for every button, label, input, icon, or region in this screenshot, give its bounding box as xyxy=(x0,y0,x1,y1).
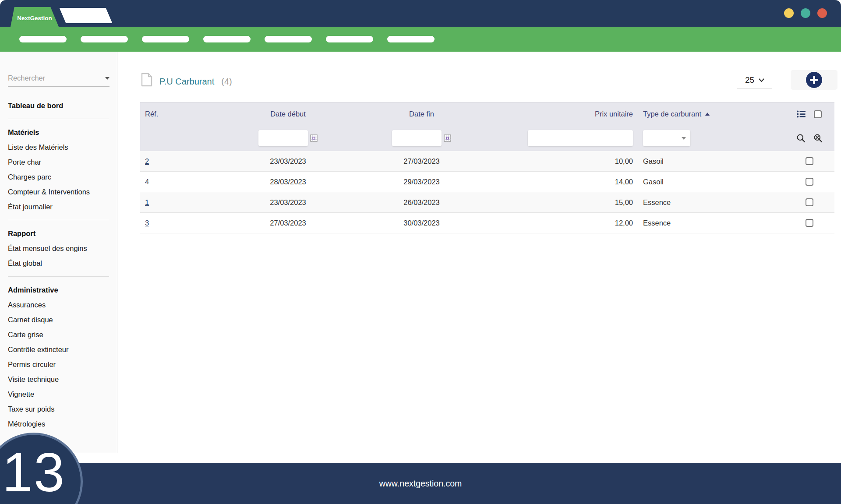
chevron-down-icon xyxy=(682,137,686,140)
ref-link[interactable]: 1 xyxy=(145,198,149,206)
sidebar-item-visite-technique[interactable]: Visite technique xyxy=(8,372,109,387)
cell-unit-price: 14,00 xyxy=(477,178,637,186)
filter-date-start-input[interactable] xyxy=(258,130,308,146)
search-input[interactable]: Rechercher xyxy=(8,70,110,87)
column-header-fuel-type[interactable]: Type de carburant xyxy=(637,110,784,118)
brand-logo-text: NextGestion xyxy=(17,13,52,21)
page-size-select[interactable]: 25 xyxy=(737,72,772,88)
nav-menu-pill[interactable] xyxy=(265,36,312,42)
column-header-date-start[interactable]: Date début xyxy=(210,110,366,118)
calendar-picker-icon[interactable] xyxy=(444,134,451,142)
nav-menu-pill[interactable] xyxy=(19,36,67,42)
app-window: NextGestion Rechercher Tableau de bord M… xyxy=(0,0,841,504)
column-header-ref[interactable]: Réf. xyxy=(140,110,210,118)
row-checkbox[interactable] xyxy=(806,178,813,186)
sidebar-item-vignette[interactable]: Vignette xyxy=(8,387,109,402)
divider xyxy=(8,276,109,277)
sidebar-item-etat-journalier[interactable]: État journalier xyxy=(8,199,109,214)
sidebar-section-administrative[interactable]: Administrative xyxy=(8,282,109,297)
sidebar-item-etat-global[interactable]: État global xyxy=(8,256,109,271)
table-filter-row xyxy=(140,126,834,151)
list-icon xyxy=(797,110,806,118)
chevron-down-icon xyxy=(105,77,110,80)
table-header-row: Réf. Date début Date fin Prix unitaire T… xyxy=(140,102,834,126)
nav-menu-pill[interactable] xyxy=(81,36,128,42)
ref-link[interactable]: 2 xyxy=(145,157,149,165)
cell-date-start: 23/03/2023 xyxy=(210,157,366,166)
cell-fuel-type: Gasoil xyxy=(637,157,784,166)
filter-actions xyxy=(784,134,834,143)
row-checkbox[interactable] xyxy=(806,198,813,206)
row-checkbox[interactable] xyxy=(806,157,813,165)
table-row[interactable]: 3 27/03/2023 30/03/2023 12,00 Essence xyxy=(140,213,834,233)
sidebar-section-rapport[interactable]: Rapport xyxy=(8,226,109,241)
window-controls xyxy=(784,8,827,18)
sidebar-item-compteur-interventions[interactable]: Compteur & Interventions xyxy=(8,184,109,199)
clear-search-button[interactable] xyxy=(813,134,823,143)
cell-fuel-type: Essence xyxy=(637,198,784,207)
chevron-down-icon xyxy=(759,78,764,82)
filter-unit-price xyxy=(477,130,637,146)
brand-logo-tab[interactable]: NextGestion xyxy=(11,7,59,27)
sidebar: Rechercher Tableau de bord Matériels Lis… xyxy=(0,52,117,453)
nav-menu-pill[interactable] xyxy=(326,36,373,42)
sidebar-item-permis-circuler[interactable]: Permis circuler xyxy=(8,357,109,372)
cell-date-start: 28/03/2023 xyxy=(210,178,366,186)
select-all-checkbox[interactable] xyxy=(814,110,822,118)
window-control-yellow[interactable] xyxy=(784,8,794,18)
header-actions xyxy=(784,110,834,118)
sidebar-section-materiels[interactable]: Matériels xyxy=(8,125,109,140)
sidebar-item-assurances[interactable]: Assurances xyxy=(8,297,109,312)
document-icon xyxy=(141,73,152,87)
filter-date-start xyxy=(210,130,366,146)
sidebar-menu: Tableau de bord Matériels Liste des Maté… xyxy=(8,98,109,431)
table-row[interactable]: 2 23/03/2023 27/03/2023 10,00 Gasoil xyxy=(140,151,834,172)
divider xyxy=(8,220,109,220)
add-record-button[interactable] xyxy=(806,72,822,88)
nav-menu-pill[interactable] xyxy=(142,36,189,42)
sidebar-item-charges-parc[interactable]: Charges parc xyxy=(8,169,109,184)
record-count: (4) xyxy=(221,77,232,87)
data-table: Réf. Date début Date fin Prix unitaire T… xyxy=(140,102,834,233)
cell-fuel-type: Gasoil xyxy=(637,178,784,186)
table-row[interactable]: 4 28/03/2023 29/03/2023 14,00 Gasoil xyxy=(140,172,834,192)
page-title: P.U Carburant xyxy=(159,77,214,87)
sidebar-item-controle-extincteur[interactable]: Contrôle extincteur xyxy=(8,342,109,357)
ref-link[interactable]: 4 xyxy=(145,178,149,186)
filter-unit-price-input[interactable] xyxy=(528,130,633,146)
sidebar-item-carnet-disque[interactable]: Carnet disque xyxy=(8,312,109,327)
cell-date-end: 30/03/2023 xyxy=(366,219,477,227)
cell-fuel-type: Essence xyxy=(637,219,784,227)
app-header: NextGestion xyxy=(0,0,841,27)
plus-icon xyxy=(810,76,818,84)
filter-date-end-input[interactable] xyxy=(392,130,442,146)
cell-unit-price: 15,00 xyxy=(477,198,637,207)
search-button[interactable] xyxy=(796,134,806,143)
nav-menu-pill[interactable] xyxy=(387,36,435,42)
cell-date-end: 29/03/2023 xyxy=(366,178,477,186)
sidebar-item-liste-des-materiels[interactable]: Liste des Matériels xyxy=(8,140,109,155)
filter-fuel-type-select[interactable] xyxy=(643,130,690,146)
sidebar-item-etat-mensuel-des-engins[interactable]: État mensuel des engins xyxy=(8,241,109,256)
sort-asc-icon xyxy=(705,113,710,116)
sidebar-item-porte-char[interactable]: Porte char xyxy=(8,155,109,169)
nav-menu-pill[interactable] xyxy=(203,36,251,42)
sidebar-item-metrologies[interactable]: Métrologies xyxy=(8,416,109,431)
table-row[interactable]: 1 23/03/2023 26/03/2023 15,00 Essence xyxy=(140,192,834,213)
main-content: P.U Carburant (4) 25 Réf. Date début Dat… xyxy=(117,52,841,453)
sidebar-item-carte-grise[interactable]: Carte grise xyxy=(8,327,109,342)
page-title-row: P.U Carburant (4) xyxy=(141,73,232,87)
sidebar-item-taxe-sur-poids[interactable]: Taxe sur poids xyxy=(8,402,109,416)
ref-link[interactable]: 3 xyxy=(145,219,149,227)
filter-date-end xyxy=(366,130,477,146)
decorative-tab xyxy=(60,8,113,23)
column-header-date-end[interactable]: Date fin xyxy=(366,110,477,118)
window-control-teal[interactable] xyxy=(801,8,810,18)
sidebar-item-tableau-de-bord[interactable]: Tableau de bord xyxy=(8,98,109,113)
calendar-picker-icon[interactable] xyxy=(310,134,318,142)
row-checkbox[interactable] xyxy=(806,219,813,227)
list-view-button[interactable] xyxy=(797,110,806,118)
column-header-unit-price[interactable]: Prix unitaire xyxy=(477,110,637,118)
cell-unit-price: 10,00 xyxy=(477,157,637,166)
window-control-red[interactable] xyxy=(817,8,827,18)
